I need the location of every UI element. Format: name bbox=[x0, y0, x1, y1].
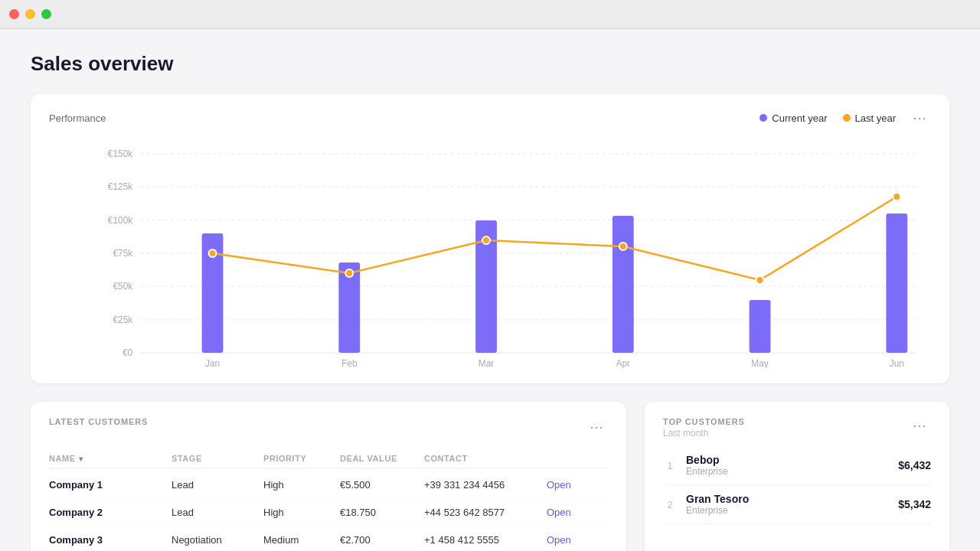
cell-priority: High bbox=[263, 507, 340, 518]
customer-name: Bebop bbox=[686, 454, 889, 466]
svg-text:€50k: €50k bbox=[113, 281, 132, 292]
legend-current-year: Current year bbox=[760, 112, 827, 124]
col-name: NAME ▾ bbox=[49, 454, 172, 463]
customers-table-body: Company 1 Lead High €5.500 +39 331 234 4… bbox=[49, 471, 608, 551]
top-customers-header: TOP CUSTOMERS Last month ⋯ bbox=[663, 417, 931, 439]
svg-text:€100k: €100k bbox=[108, 215, 132, 226]
top-customers-subtitle: Last month bbox=[663, 428, 745, 439]
rank-number: 1 bbox=[663, 460, 677, 471]
chart-legend: Current year Last year bbox=[760, 112, 896, 124]
cell-contact: +44 523 642 8577 bbox=[424, 507, 547, 518]
dot-jun bbox=[893, 193, 900, 201]
rank-number: 2 bbox=[663, 499, 677, 510]
cell-deal-value: €2.700 bbox=[340, 534, 424, 546]
svg-text:Apr: Apr bbox=[616, 358, 631, 368]
close-button[interactable] bbox=[9, 9, 19, 19]
svg-text:Jan: Jan bbox=[205, 358, 220, 368]
customer-info: Gran Tesoro Enterprise bbox=[686, 493, 889, 516]
svg-text:Feb: Feb bbox=[341, 358, 358, 368]
minimize-button[interactable] bbox=[25, 9, 35, 19]
chart-more-button[interactable]: ⋯ bbox=[908, 109, 931, 126]
cell-stage: Lead bbox=[172, 479, 263, 491]
cell-contact: +39 331 234 4456 bbox=[424, 479, 547, 491]
dot-jan bbox=[209, 249, 217, 257]
cell-priority: High bbox=[263, 479, 340, 491]
svg-text:€75k: €75k bbox=[113, 248, 132, 259]
svg-text:€25k: €25k bbox=[113, 315, 132, 325]
performance-chart-card: Performance Current year Last year ⋯ bbox=[31, 94, 949, 383]
cell-name: Company 1 bbox=[49, 479, 172, 491]
top-customers-more-button[interactable]: ⋯ bbox=[908, 417, 931, 434]
customer-type: Enterprise bbox=[686, 466, 889, 477]
svg-text:Mar: Mar bbox=[479, 358, 495, 368]
top-customers-list: 1 Bebop Enterprise $6,432 2 Gran Tesoro … bbox=[663, 446, 931, 524]
customers-more-button[interactable]: ⋯ bbox=[585, 419, 608, 435]
svg-text:€0: €0 bbox=[122, 347, 133, 358]
dot-apr bbox=[619, 243, 627, 250]
table-header: NAME ▾ STAGE PRIORITY DEAL VALUE CONTACT bbox=[49, 449, 608, 468]
dot-feb bbox=[345, 269, 353, 277]
table-row: Company 2 Lead High €18.750 +44 523 642 … bbox=[49, 499, 608, 527]
latest-customers-card: LATEST CUSTOMERS ⋯ NAME ▾ STAGE PRIORITY… bbox=[31, 402, 626, 551]
page-title: Sales overview bbox=[31, 52, 949, 76]
table-row: Company 1 Lead High €5.500 +39 331 234 4… bbox=[49, 471, 608, 499]
cell-stage: Negotiation bbox=[172, 534, 263, 546]
top-customer-row: 2 Gran Tesoro Enterprise $5,342 bbox=[663, 485, 931, 524]
maximize-button[interactable] bbox=[41, 9, 51, 19]
last-year-line bbox=[213, 197, 897, 280]
bar-may bbox=[750, 300, 771, 353]
cell-contact: +1 458 412 5555 bbox=[424, 534, 547, 546]
col-deal-value: DEAL VALUE bbox=[340, 454, 424, 463]
dot-may bbox=[756, 276, 764, 284]
cell-deal-value: €18.750 bbox=[340, 507, 424, 518]
bar-jun bbox=[886, 214, 907, 353]
top-customer-row: 1 Bebop Enterprise $6,432 bbox=[663, 446, 931, 485]
customers-card-header: LATEST CUSTOMERS ⋯ bbox=[49, 417, 608, 437]
top-customers-card: TOP CUSTOMERS Last month ⋯ 1 Bebop Enter… bbox=[645, 402, 949, 551]
legend-dot-current bbox=[760, 114, 767, 122]
legend-last-year: Last year bbox=[843, 112, 896, 124]
cell-deal-value: €5.500 bbox=[340, 479, 424, 491]
cell-stage: Lead bbox=[172, 507, 263, 518]
page-content: Sales overview Performance Current year … bbox=[0, 29, 980, 551]
customer-type: Enterprise bbox=[686, 505, 889, 516]
cell-name: Company 3 bbox=[49, 534, 172, 546]
legend-dot-last bbox=[843, 114, 851, 122]
svg-text:Jun: Jun bbox=[890, 358, 904, 368]
cell-priority: Medium bbox=[263, 534, 340, 546]
svg-text:€150k: €150k bbox=[108, 148, 132, 159]
col-stage: STAGE bbox=[172, 454, 263, 463]
title-bar bbox=[0, 0, 980, 29]
bar-apr bbox=[612, 216, 634, 353]
latest-customers-label: LATEST CUSTOMERS bbox=[49, 417, 148, 426]
top-customers-label: TOP CUSTOMERS bbox=[663, 417, 745, 426]
cell-action[interactable]: Open bbox=[547, 479, 608, 491]
bottom-row: LATEST CUSTOMERS ⋯ NAME ▾ STAGE PRIORITY… bbox=[31, 402, 949, 551]
chart-title: Performance bbox=[49, 112, 106, 124]
sort-icon[interactable]: ▾ bbox=[79, 455, 83, 463]
svg-text:€125k: €125k bbox=[108, 181, 132, 192]
cell-action[interactable]: Open bbox=[547, 534, 608, 546]
svg-text:May: May bbox=[751, 358, 769, 368]
cell-name: Company 2 bbox=[49, 507, 172, 518]
customer-name: Gran Tesoro bbox=[686, 493, 889, 505]
cell-action[interactable]: Open bbox=[547, 507, 608, 518]
col-contact: CONTACT bbox=[424, 454, 547, 463]
chart-card-header: Performance Current year Last year ⋯ bbox=[49, 109, 931, 126]
chart-svg: €150k €125k €100k €75k €50k €25k €0 bbox=[49, 139, 931, 368]
customer-value: $6,432 bbox=[898, 459, 931, 471]
chart-area: €150k €125k €100k €75k €50k €25k €0 bbox=[49, 139, 931, 368]
customer-info: Bebop Enterprise bbox=[686, 454, 889, 477]
col-priority: PRIORITY bbox=[263, 454, 340, 463]
col-action bbox=[547, 454, 608, 463]
dot-mar bbox=[482, 236, 490, 244]
table-row: Company 3 Negotiation Medium €2.700 +1 4… bbox=[49, 527, 608, 551]
customer-value: $5,342 bbox=[898, 498, 931, 510]
